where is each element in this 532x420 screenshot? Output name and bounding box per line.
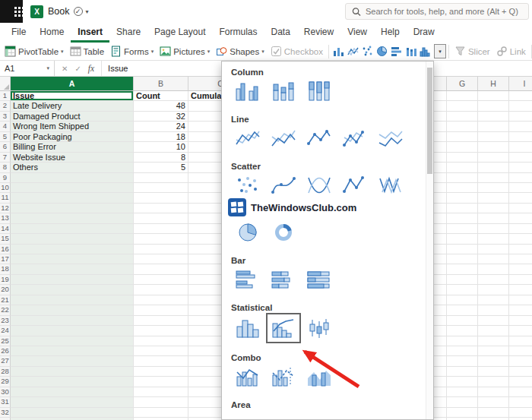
cell-B17[interactable] xyxy=(134,254,188,264)
cell-G2[interactable] xyxy=(447,101,478,111)
cell-I17[interactable] xyxy=(509,254,532,264)
cell-A20[interactable] xyxy=(11,285,134,295)
cell-A6[interactable]: Billing Error xyxy=(11,142,134,152)
histogram-icon[interactable] xyxy=(233,315,263,341)
cell-H29[interactable] xyxy=(478,377,509,387)
cell-B18[interactable] xyxy=(134,264,188,274)
cell-I5[interactable] xyxy=(509,132,532,142)
cell-G21[interactable] xyxy=(447,295,478,305)
clustered-column-line-icon[interactable] xyxy=(233,364,263,390)
cell-H20[interactable] xyxy=(478,285,509,295)
cell-A28[interactable] xyxy=(11,367,134,377)
cell-A23[interactable] xyxy=(11,316,134,326)
cell-A12[interactable] xyxy=(11,204,134,213)
cell-A14[interactable] xyxy=(11,224,134,234)
cell-G32[interactable] xyxy=(447,408,478,418)
cell-B26[interactable] xyxy=(134,346,188,356)
select-all-button[interactable] xyxy=(0,77,11,91)
cell-I26[interactable] xyxy=(509,346,532,356)
shapes-button[interactable]: Shapes▾ xyxy=(213,43,268,60)
cell-G6[interactable] xyxy=(447,142,478,152)
stacked-line-icon[interactable] xyxy=(268,125,299,151)
cell-I18[interactable] xyxy=(509,264,532,274)
cell-H30[interactable] xyxy=(478,387,509,397)
row-header-20[interactable]: 20 xyxy=(0,285,11,295)
cell-G8[interactable] xyxy=(447,163,478,172)
cell-I1[interactable] xyxy=(509,91,532,101)
column-header-H[interactable]: H xyxy=(478,77,509,91)
row-header-14[interactable]: 14 xyxy=(0,224,11,234)
forms-button[interactable]: Forms▾ xyxy=(107,43,157,60)
cell-H2[interactable] xyxy=(478,101,509,111)
clustered-column-line-dashed-icon[interactable] xyxy=(268,364,299,390)
cell-G11[interactable] xyxy=(447,193,478,203)
cell-A22[interactable] xyxy=(11,305,134,315)
cell-G16[interactable] xyxy=(447,245,478,254)
row-header-3[interactable]: 3 xyxy=(0,112,11,122)
cell-G18[interactable] xyxy=(447,264,478,274)
cell-A17[interactable] xyxy=(11,254,134,264)
cell-H6[interactable] xyxy=(478,142,509,152)
row-header-16[interactable]: 16 xyxy=(0,245,11,254)
pareto-icon[interactable] xyxy=(268,315,299,341)
column-header-I[interactable]: I xyxy=(509,77,532,91)
cell-H14[interactable] xyxy=(478,224,509,234)
cell-H23[interactable] xyxy=(478,316,509,326)
column-header-B[interactable]: B xyxy=(134,77,188,91)
cell-H11[interactable] xyxy=(478,193,509,203)
doughnut-icon[interactable] xyxy=(268,219,299,245)
cell-G20[interactable] xyxy=(447,285,478,295)
cell-H16[interactable] xyxy=(478,245,509,254)
cell-G13[interactable] xyxy=(447,213,478,223)
cell-H15[interactable] xyxy=(478,234,509,244)
row-header-24[interactable]: 24 xyxy=(0,326,11,336)
cell-I14[interactable] xyxy=(509,224,532,234)
cell-G28[interactable] xyxy=(447,367,478,377)
cell-G25[interactable] xyxy=(447,336,478,346)
cell-I2[interactable] xyxy=(509,101,532,111)
menu-tab-data[interactable]: Data xyxy=(264,23,296,43)
row-header-25[interactable]: 25 xyxy=(0,336,11,346)
cell-A27[interactable] xyxy=(11,356,134,366)
cell-I31[interactable] xyxy=(509,397,532,407)
app-launcher-icon[interactable] xyxy=(0,0,23,23)
cell-I24[interactable] xyxy=(509,326,532,336)
cell-G14[interactable] xyxy=(447,224,478,234)
cell-A8[interactable]: Others xyxy=(11,163,134,172)
clustered-bar-icon[interactable] xyxy=(233,267,263,292)
cell-A4[interactable]: Wrong Item Shipped xyxy=(11,122,134,131)
cell-A2[interactable]: Late Delivery xyxy=(11,101,134,111)
cell-G19[interactable] xyxy=(447,275,478,285)
pictures-button[interactable]: Pictures▾ xyxy=(157,43,213,60)
cell-G24[interactable] xyxy=(447,326,478,336)
100-stacked-column-icon[interactable] xyxy=(304,78,334,104)
cell-A9[interactable] xyxy=(11,173,134,183)
formula-bar-content[interactable]: Issue xyxy=(102,64,128,73)
row-header-7[interactable]: 7 xyxy=(0,153,11,163)
row-header-19[interactable]: 19 xyxy=(0,275,11,285)
cell-B25[interactable] xyxy=(134,336,188,346)
box-and-whisker-icon[interactable] xyxy=(304,315,334,341)
row-header-12[interactable]: 12 xyxy=(0,204,11,213)
row-header-30[interactable]: 30 xyxy=(0,387,11,397)
line-with-markers-icon[interactable] xyxy=(304,125,334,151)
name-box[interactable]: A1 ▾ xyxy=(0,61,55,76)
row-header-27[interactable]: 27 xyxy=(0,356,11,366)
menu-tab-file[interactable]: File xyxy=(5,23,33,43)
row-header-5[interactable]: 5 xyxy=(0,132,11,142)
cell-A10[interactable] xyxy=(11,183,134,193)
cell-I6[interactable] xyxy=(509,142,532,152)
cell-A30[interactable] xyxy=(11,387,134,397)
cell-G30[interactable] xyxy=(447,387,478,397)
stacked-area-column-icon[interactable] xyxy=(304,364,334,390)
search-bar[interactable] xyxy=(345,3,529,20)
pie-icon[interactable] xyxy=(233,219,263,245)
cell-G3[interactable] xyxy=(447,112,478,122)
cell-H21[interactable] xyxy=(478,295,509,305)
insert-stacked-column-chart-button[interactable] xyxy=(405,46,416,57)
cell-G7[interactable] xyxy=(447,153,478,163)
row-header-29[interactable]: 29 xyxy=(0,377,11,387)
cell-H28[interactable] xyxy=(478,367,509,377)
cell-I19[interactable] xyxy=(509,275,532,285)
cell-B14[interactable] xyxy=(134,224,188,234)
